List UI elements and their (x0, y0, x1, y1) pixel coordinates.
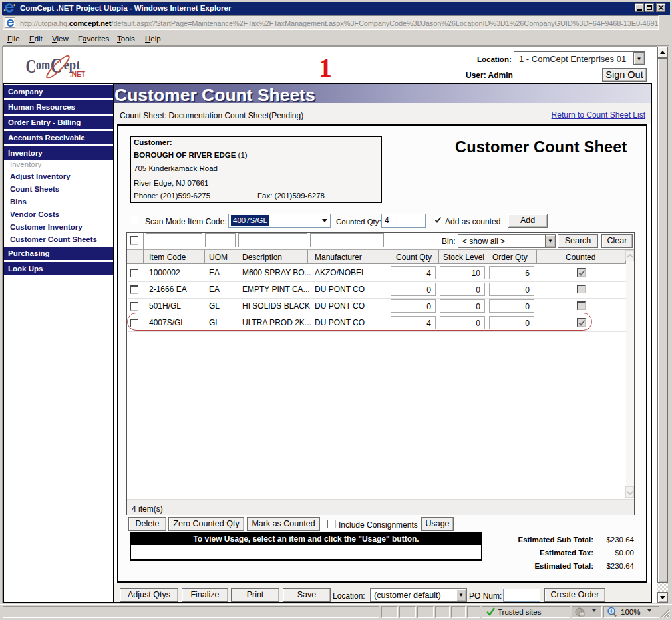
svg-text:C: C (26, 55, 37, 77)
svg-text:om: om (36, 57, 50, 73)
svg-text:.NET: .NET (70, 70, 85, 78)
